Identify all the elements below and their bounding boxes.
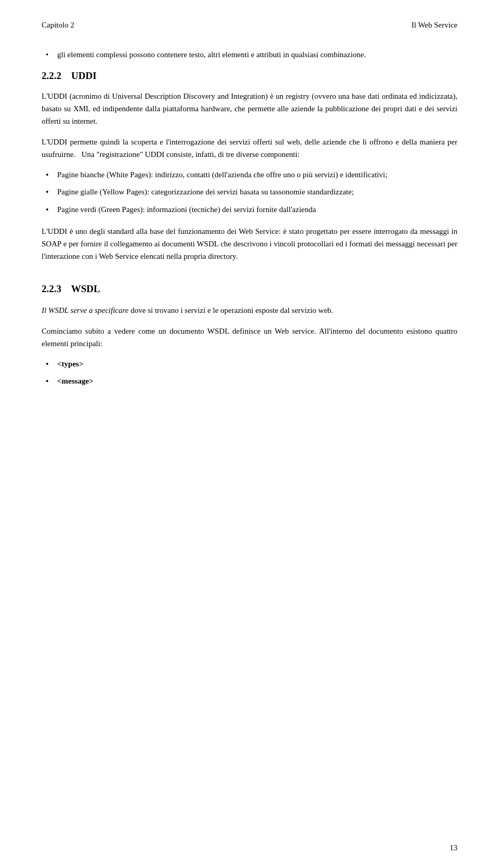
section-222-number: 2.2.2 bbox=[42, 70, 61, 81]
intro-bullet: gli elementi complessi possono contenere… bbox=[42, 48, 457, 61]
section-223-number: 2.2.3 bbox=[42, 283, 61, 294]
section-223-paragraph1: Il WSDL serve a specificare dove si trov… bbox=[42, 304, 457, 317]
section-223-title: WSDL bbox=[71, 283, 100, 294]
section-222-paragraph1: L'UDDI (acronimo di Universal Descriptio… bbox=[42, 90, 457, 127]
page-header: Capitolo 2 Il Web Service bbox=[42, 21, 457, 30]
list-item: <types> bbox=[42, 358, 457, 370]
list-item: Pagine verdi (Green Pages): informazioni… bbox=[42, 204, 457, 216]
list-item: Pagine bianche (White Pages): indirizzo,… bbox=[42, 169, 457, 181]
section-222-bullets: Pagine bianche (White Pages): indirizzo,… bbox=[42, 169, 457, 216]
page: Capitolo 2 Il Web Service gli elementi c… bbox=[0, 0, 499, 868]
section-223-heading: 2.2.3 WSDL bbox=[42, 283, 457, 295]
section-title-header: Il Web Service bbox=[412, 21, 457, 30]
section-222-paragraph4: L'UDDI è uno degli standard alla base de… bbox=[42, 225, 457, 262]
chapter-label: Capitolo 2 bbox=[42, 21, 74, 30]
section-223-bullets: <types> <message> bbox=[42, 358, 457, 388]
section-222-title: UDDI bbox=[71, 70, 97, 81]
section-222-heading: 2.2.2 UDDI bbox=[42, 70, 457, 82]
section-223-paragraph1-italic: Il WSDL serve a specificare bbox=[42, 306, 128, 314]
intro-bullet-text: gli elementi complessi possono contenere… bbox=[42, 48, 457, 61]
page-number: 13 bbox=[450, 844, 457, 852]
section-223-paragraph1-rest: dove si trovano i servizi e le operazion… bbox=[128, 306, 333, 314]
list-item: Pagine gialle (Yellow Pages): categorizz… bbox=[42, 186, 457, 198]
list-item: <message> bbox=[42, 375, 457, 387]
section-223-paragraph2: Cominciamo subito a vedere come un docum… bbox=[42, 325, 457, 350]
section-222-paragraph2: L'UDDI permette quindi la scoperta e l'i… bbox=[42, 136, 457, 161]
